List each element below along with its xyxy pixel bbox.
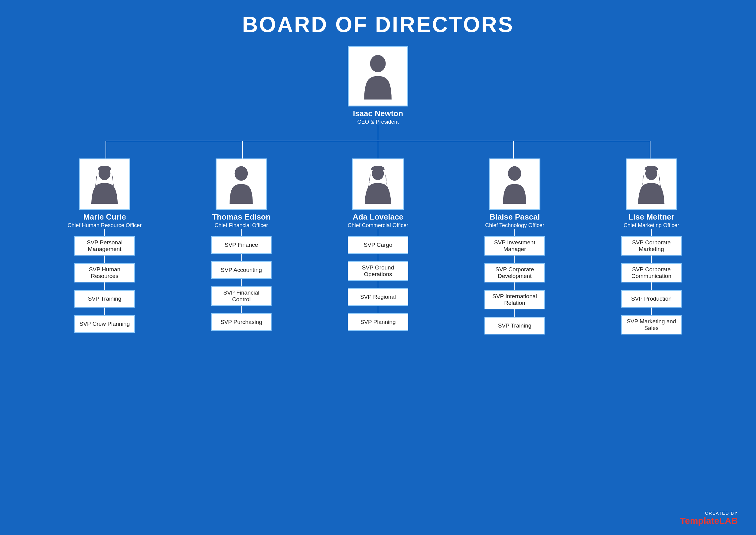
svp-label: SVP International Relation xyxy=(488,293,541,306)
vline1 xyxy=(241,229,241,236)
svp-label: SVP Personal Management xyxy=(78,239,131,253)
svp-box: SVP Corporate Marketing xyxy=(621,236,682,256)
name-marie-curie: Marie Curie xyxy=(83,212,126,222)
col-ada-lovelace: Ada Lovelace Chief Commercial Officer SV… xyxy=(310,158,446,331)
svp-box: SVP International Relation xyxy=(485,290,545,309)
watermark-brand-normal: Template xyxy=(680,516,719,526)
name-thomas-edison: Thomas Edison xyxy=(212,212,271,222)
svp-label: SVP Regional xyxy=(360,294,396,300)
vline3 xyxy=(651,282,652,290)
svp-box: SVP Corporate Communication xyxy=(621,263,682,282)
svp-box: SVP Ground Operations xyxy=(348,261,408,281)
vline3 xyxy=(378,281,378,288)
col-marie-curie: Marie Curie Chief Human Resource Officer… xyxy=(36,158,173,333)
svp-label: SVP Corporate Development xyxy=(488,266,541,279)
card-ada-lovelace: Ada Lovelace Chief Commercial Officer xyxy=(348,158,408,229)
svp-label: SVP Human Resources xyxy=(78,266,131,279)
vline4 xyxy=(515,309,515,317)
avatar-marie-curie xyxy=(79,158,130,210)
svp-label: SVP Training xyxy=(88,296,122,302)
ceo-card: Isaac Newton CEO & President xyxy=(348,46,408,125)
vline4 xyxy=(104,308,105,315)
svp-label: SVP Financial Control xyxy=(215,290,268,303)
vline2 xyxy=(104,256,105,263)
svp-chain-lise-meitner: SVP Corporate Marketing SVP Corporate Co… xyxy=(621,229,682,334)
silhouette-marie-curie xyxy=(85,164,124,204)
svp-chain-marie-curie: SVP Personal Management SVP Human Resour… xyxy=(74,229,135,333)
col-lise-meitner: Lise Meitner Chief Marketing Officer SVP… xyxy=(583,158,720,334)
name-lise-meitner: Lise Meitner xyxy=(629,212,674,222)
svp-box: SVP Planning xyxy=(348,313,408,331)
ceo-h-connector xyxy=(36,140,720,158)
col-blaise-pascal: Blaise Pascal Chief Technology Officer S… xyxy=(446,158,583,334)
svp-box: SVP Financial Control xyxy=(211,286,271,306)
svp-box: SVP Personal Management xyxy=(74,236,135,256)
svp-box: SVP Accounting xyxy=(211,261,271,279)
svp-label: SVP Investment Manager xyxy=(488,239,541,253)
card-thomas-edison: Thomas Edison Chief Financial Officer xyxy=(212,158,271,229)
svp-box: SVP Human Resources xyxy=(74,263,135,282)
vline4 xyxy=(378,306,378,313)
role-marie-curie: Chief Human Resource Officer xyxy=(68,222,142,229)
vline3 xyxy=(241,279,241,286)
svp-box: SVP Marketing and Sales xyxy=(621,315,682,334)
vline1 xyxy=(378,229,378,236)
name-ada-lovelace: Ada Lovelace xyxy=(352,212,404,222)
avatar-thomas-edison xyxy=(216,158,267,210)
avatar-blaise-pascal xyxy=(489,158,540,210)
svp-label: SVP Ground Operations xyxy=(351,264,405,278)
svp-box: SVP Crew Planning xyxy=(74,315,135,333)
svp-box: SVP Purchasing xyxy=(211,313,271,331)
vline2 xyxy=(378,254,378,261)
ceo-name: Isaac Newton xyxy=(353,109,403,118)
svp-box: SVP Finance xyxy=(211,236,271,254)
svp-label: SVP Production xyxy=(631,296,672,302)
ceo-vline xyxy=(378,125,378,140)
svp-box: SVP Regional xyxy=(348,288,408,306)
card-lise-meitner: Lise Meitner Chief Marketing Officer xyxy=(624,158,679,229)
col-thomas-edison: Thomas Edison Chief Financial Officer SV… xyxy=(173,158,310,331)
org-chart: BOARD OF DIRECTORS Isaac Newton CEO & Pr… xyxy=(18,12,738,334)
silhouette-lise-meitner xyxy=(631,164,671,204)
svp-label: SVP Cargo xyxy=(364,242,393,248)
vline4 xyxy=(241,306,241,313)
silhouette-ada-lovelace xyxy=(358,164,398,204)
svp-label: SVP Accounting xyxy=(221,267,262,273)
role-lise-meitner: Chief Marketing Officer xyxy=(624,222,679,229)
svp-label: SVP Planning xyxy=(360,319,396,325)
watermark-brand-accent: LAB xyxy=(719,516,738,526)
ceo-role: CEO & President xyxy=(357,119,399,125)
vline2 xyxy=(241,254,241,261)
ceo-avatar-box xyxy=(348,46,408,106)
watermark-logo: TemplateLAB xyxy=(680,516,738,526)
svp-label: SVP Corporate Marketing xyxy=(625,239,678,253)
avatar-ada-lovelace xyxy=(352,158,404,210)
page-title: BOARD OF DIRECTORS xyxy=(242,12,514,37)
svp-chain-ada-lovelace: SVP Cargo SVP Ground Operations SVP Regi… xyxy=(348,229,408,331)
role-thomas-edison: Chief Financial Officer xyxy=(215,222,268,229)
svp-label: SVP Marketing and Sales xyxy=(625,318,678,331)
vline2 xyxy=(515,256,515,263)
svp-label: SVP Training xyxy=(498,323,532,329)
name-blaise-pascal: Blaise Pascal xyxy=(490,212,540,222)
card-blaise-pascal: Blaise Pascal Chief Technology Officer xyxy=(485,158,544,229)
vline3 xyxy=(515,282,515,290)
svp-box: SVP Training xyxy=(485,317,545,334)
svp-label: SVP Finance xyxy=(225,242,258,248)
watermark-created-by: CREATED BY xyxy=(705,511,738,516)
card-marie-curie: Marie Curie Chief Human Resource Officer xyxy=(68,158,142,229)
svp-chain-thomas-edison: SVP Finance SVP Accounting SVP Financial… xyxy=(211,229,271,331)
vline1 xyxy=(651,229,652,236)
vline3 xyxy=(104,282,105,290)
vline2 xyxy=(651,256,652,263)
level2-row: Marie Curie Chief Human Resource Officer… xyxy=(36,158,720,334)
svp-chain-blaise-pascal: SVP Investment Manager SVP Corporate Dev… xyxy=(485,229,545,334)
svp-box: SVP Investment Manager xyxy=(485,236,545,256)
svp-box: SVP Cargo xyxy=(348,236,408,254)
svp-box: SVP Production xyxy=(621,290,682,308)
vline1 xyxy=(104,229,105,236)
watermark: CREATED BY TemplateLAB xyxy=(680,511,738,526)
role-ada-lovelace: Chief Commercial Officer xyxy=(348,222,408,229)
silhouette-blaise-pascal xyxy=(495,164,534,204)
svp-box: SVP Training xyxy=(74,290,135,308)
